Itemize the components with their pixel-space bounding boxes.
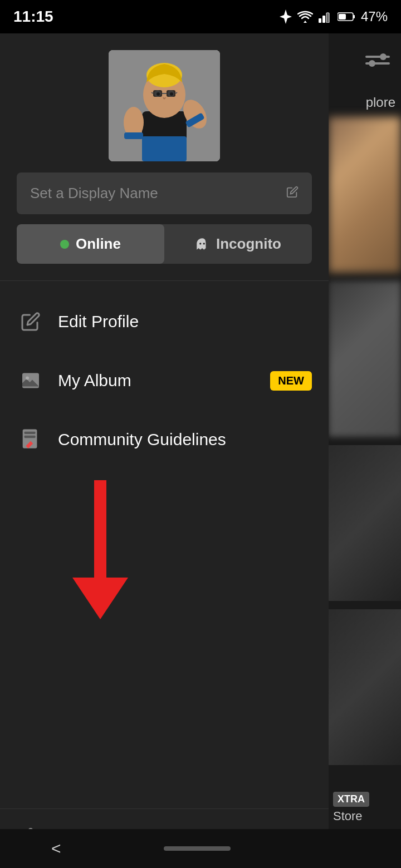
store-label: Store xyxy=(333,809,363,823)
svg-marker-0 xyxy=(280,9,292,24)
community-guidelines-label: Community Guidelines xyxy=(58,430,312,449)
svg-rect-1 xyxy=(319,18,321,23)
svg-rect-33 xyxy=(25,436,36,438)
menu-item-edit-profile[interactable]: Edit Profile xyxy=(0,292,329,351)
home-indicator[interactable] xyxy=(164,846,231,851)
online-option[interactable]: Online xyxy=(17,224,164,264)
svg-rect-19 xyxy=(167,90,175,97)
svg-point-30 xyxy=(26,377,29,380)
battery-percentage: 47% xyxy=(361,9,388,24)
svg-rect-6 xyxy=(353,15,355,18)
svg-rect-7 xyxy=(339,14,346,19)
edit-profile-label: Edit Profile xyxy=(58,312,312,331)
profile-section: Set a Display Name Online xyxy=(0,33,329,275)
peek-image-3 xyxy=(329,445,401,601)
slider-line-1 xyxy=(365,56,390,58)
status-bar: 11:15 47% xyxy=(0,0,401,33)
avatar[interactable] xyxy=(109,50,220,161)
menu-item-community-guidelines[interactable]: Community Guidelines xyxy=(0,410,329,469)
online-label: Online xyxy=(76,235,121,253)
my-album-label: My Album xyxy=(58,371,257,390)
incognito-option[interactable]: Incognito xyxy=(164,224,312,264)
spark-icon xyxy=(280,9,292,24)
arrow-area xyxy=(0,469,329,614)
incognito-label: Incognito xyxy=(216,235,281,253)
menu-items: Edit Profile My Album NEW xyxy=(0,287,329,808)
svg-rect-32 xyxy=(25,432,36,434)
menu-item-my-album[interactable]: My Album NEW xyxy=(0,351,329,410)
battery-icon xyxy=(338,12,355,22)
svg-rect-2 xyxy=(322,16,325,23)
display-name-placeholder: Set a Display Name xyxy=(30,185,158,202)
online-dot xyxy=(60,240,69,249)
menu-panel: Set a Display Name Online xyxy=(0,33,329,868)
svg-point-28 xyxy=(203,243,205,244)
filter-sliders-icon[interactable] xyxy=(365,56,390,65)
edit-profile-icon xyxy=(17,308,45,336)
svg-marker-35 xyxy=(72,578,128,619)
xtra-badge: XTRA xyxy=(333,792,369,807)
main-layout: Set a Display Name Online xyxy=(0,33,401,868)
svg-rect-10 xyxy=(142,136,187,161)
avatar-image xyxy=(109,50,220,161)
ghost-icon xyxy=(195,237,209,251)
status-toggle[interactable]: Online Incognito xyxy=(17,224,312,264)
svg-point-27 xyxy=(199,243,201,244)
svg-rect-18 xyxy=(153,90,162,97)
svg-rect-3 xyxy=(326,13,329,23)
status-time: 11:15 xyxy=(13,8,53,26)
slider-line-2 xyxy=(365,62,390,65)
peek-image-1 xyxy=(329,117,401,273)
peek-panel: plore XTRA Store xyxy=(329,33,401,868)
peek-image-4 xyxy=(329,609,401,765)
wifi-icon xyxy=(297,11,313,23)
svg-rect-25 xyxy=(124,132,143,139)
edit-display-name-icon[interactable] xyxy=(286,186,299,201)
nav-bar: < xyxy=(0,829,401,868)
peek-image-2 xyxy=(329,281,401,437)
my-album-icon xyxy=(17,367,45,394)
status-icons: 47% xyxy=(280,9,388,24)
display-name-field[interactable]: Set a Display Name xyxy=(17,172,312,214)
community-guidelines-icon xyxy=(17,426,45,453)
back-button[interactable]: < xyxy=(51,839,61,858)
arrow-annotation xyxy=(45,480,156,625)
new-badge: NEW xyxy=(270,371,312,391)
xtra-store[interactable]: XTRA Store xyxy=(333,792,369,823)
signal-icon xyxy=(319,11,332,23)
divider xyxy=(0,280,329,281)
explore-text: plore xyxy=(366,95,395,110)
